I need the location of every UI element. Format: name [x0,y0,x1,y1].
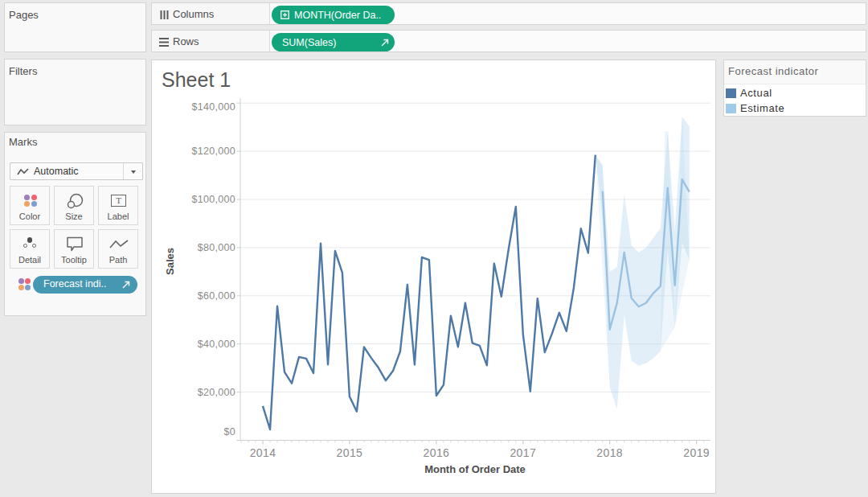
svg-text:$20,000: $20,000 [198,387,235,398]
svg-text:$0: $0 [223,426,235,437]
svg-text:2019: 2019 [683,446,710,459]
svg-text:$60,000: $60,000 [198,290,235,302]
svg-text:Sales: Sales [164,248,176,275]
svg-text:2018: 2018 [596,446,623,459]
svg-text:2014: 2014 [250,446,276,459]
svg-text:$140,000: $140,000 [191,101,235,113]
svg-text:2016: 2016 [424,446,450,459]
svg-text:$100,000: $100,000 [191,194,235,205]
svg-text:2017: 2017 [510,446,536,459]
svg-text:2015: 2015 [337,446,363,459]
svg-text:$40,000: $40,000 [198,339,235,350]
svg-text:$120,000: $120,000 [191,146,235,157]
svg-text:$80,000: $80,000 [198,242,235,253]
svg-text:Month of Order Date: Month of Order Date [424,463,526,475]
